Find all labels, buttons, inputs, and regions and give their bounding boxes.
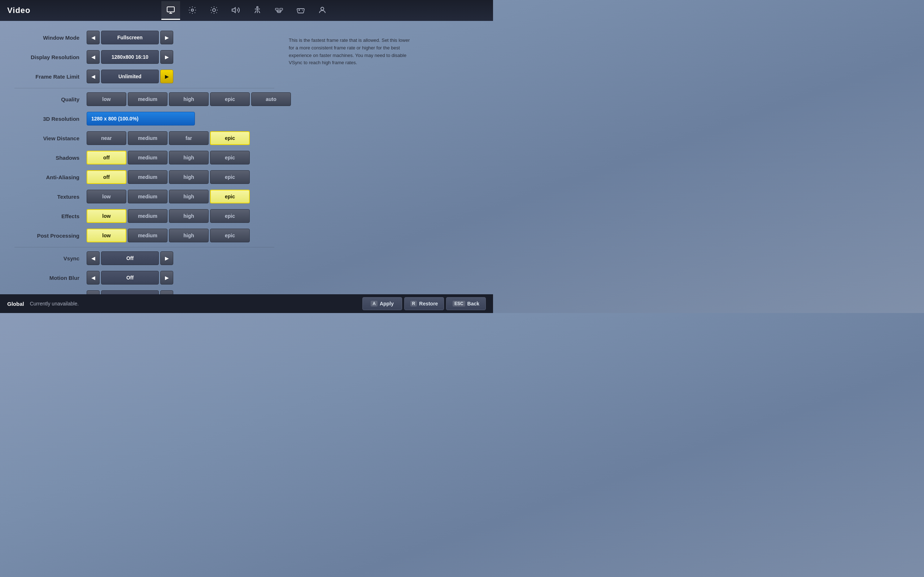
quality-epic-btn[interactable]: epic [210, 92, 250, 106]
anti-aliasing-high-btn[interactable]: high [169, 170, 208, 184]
shadows-label: Shadows [15, 155, 87, 161]
global-label: Global [7, 301, 24, 307]
quality-auto-btn[interactable]: auto [251, 92, 291, 106]
settings-panel: Window Mode ◀ Fullscreen ▶ Display Resol… [15, 29, 274, 309]
post-processing-row: Post Processing low medium high epic [15, 227, 274, 243]
restore-label: Restore [419, 301, 438, 306]
motion-blur-next-btn[interactable]: ▶ [160, 271, 173, 285]
divider-2 [15, 247, 274, 247]
quality-label: Quality [15, 96, 87, 102]
anti-aliasing-off-btn[interactable]: off [87, 170, 126, 184]
svg-rect-0 [167, 7, 174, 12]
effects-medium-btn[interactable]: medium [128, 209, 168, 223]
quality-medium-btn[interactable]: medium [128, 92, 168, 106]
post-processing-epic-btn[interactable]: epic [210, 229, 250, 242]
frame-rate-prev-btn[interactable]: ◀ [87, 69, 100, 83]
effects-high-btn[interactable]: high [169, 209, 208, 223]
nav-icon-audio[interactable] [226, 1, 245, 20]
textures-epic-btn[interactable]: epic [210, 190, 250, 203]
display-resolution-row: Display Resolution ◀ 1280x800 16:10 ▶ [15, 49, 274, 65]
page-title: Video [7, 6, 31, 15]
nav-icon-brightness[interactable] [205, 1, 223, 20]
post-processing-high-btn[interactable]: high [169, 229, 208, 242]
textures-label: Textures [15, 193, 87, 200]
window-mode-prev-btn[interactable]: ◀ [87, 31, 100, 44]
view-distance-medium-btn[interactable]: medium [128, 131, 168, 145]
resolution-3d-value: 1280 x 800 (100.0%) [87, 112, 195, 126]
back-label: Back [467, 301, 479, 306]
view-distance-epic-btn[interactable]: epic [210, 131, 250, 145]
display-resolution-next-btn[interactable]: ▶ [160, 50, 173, 64]
vsync-controls: ◀ Off ▶ [87, 251, 173, 265]
display-resolution-controls: ◀ 1280x800 16:10 ▶ [87, 50, 173, 64]
textures-low-btn[interactable]: low [87, 190, 126, 203]
nav-icon-account[interactable] [313, 1, 332, 20]
anti-aliasing-label: Anti-Aliasing [15, 174, 87, 180]
window-mode-value: Fullscreen [101, 31, 159, 44]
view-distance-far-btn[interactable]: far [169, 131, 208, 145]
anti-aliasing-medium-btn[interactable]: medium [128, 170, 168, 184]
quality-row: Quality low medium high epic auto [15, 91, 274, 107]
svg-line-8 [216, 12, 216, 13]
svg-line-7 [211, 7, 212, 8]
quality-high-btn[interactable]: high [169, 92, 208, 106]
display-resolution-prev-btn[interactable]: ◀ [87, 50, 100, 64]
post-processing-low-btn[interactable]: low [87, 229, 126, 242]
shadows-epic-btn[interactable]: epic [210, 151, 250, 164]
frame-rate-limit-controls: ◀ Unlimited ▶ [87, 69, 173, 83]
vsync-prev-btn[interactable]: ◀ [87, 251, 100, 265]
vsync-value: Off [101, 251, 159, 265]
shadows-off-btn[interactable]: off [87, 151, 126, 164]
view-distance-label: View Distance [15, 135, 87, 141]
post-processing-label: Post Processing [15, 233, 87, 239]
shadows-medium-btn[interactable]: medium [128, 151, 168, 164]
textures-row: Textures low medium high epic [15, 189, 274, 205]
nav-icon-settings[interactable] [183, 1, 202, 20]
effects-epic-btn[interactable]: epic [210, 209, 250, 223]
frame-rate-value: Unlimited [101, 69, 159, 83]
post-processing-medium-btn[interactable]: medium [128, 229, 168, 242]
motion-blur-value: Off [101, 271, 159, 285]
divider-1 [15, 88, 274, 89]
shadows-high-btn[interactable]: high [169, 151, 208, 164]
back-key: ESC [452, 301, 465, 306]
view-distance-row: View Distance near medium far epic [15, 130, 274, 146]
vsync-label: Vsync [15, 255, 87, 261]
window-mode-controls: ◀ Fullscreen ▶ [87, 31, 173, 44]
effects-low-btn[interactable]: low [87, 209, 126, 223]
restore-button[interactable]: R Restore [404, 297, 444, 310]
window-mode-next-btn[interactable]: ▶ [160, 31, 173, 44]
nav-icon-video[interactable] [162, 1, 180, 20]
textures-medium-btn[interactable]: medium [128, 190, 168, 203]
motion-blur-row: Motion Blur ◀ Off ▶ [15, 270, 274, 285]
nav-icon-input[interactable] [270, 1, 288, 20]
nav-icon-accessibility[interactable] [248, 1, 267, 20]
effects-label: Effects [15, 213, 87, 219]
anti-aliasing-epic-btn[interactable]: epic [210, 170, 250, 184]
back-button[interactable]: ESC Back [446, 297, 486, 310]
frame-rate-next-btn[interactable]: ▶ [160, 69, 173, 83]
nav-icon-controller[interactable] [291, 1, 310, 20]
svg-point-4 [213, 9, 215, 11]
window-mode-label: Window Mode [15, 35, 87, 41]
textures-high-btn[interactable]: high [169, 190, 208, 203]
display-resolution-value: 1280x800 16:10 [101, 50, 159, 64]
nav-icons [162, 1, 332, 20]
view-distance-controls: near medium far epic [87, 131, 250, 145]
motion-blur-prev-btn[interactable]: ◀ [87, 271, 100, 285]
resolution-3d-row: 3D Resolution 1280 x 800 (100.0%) [15, 111, 274, 127]
shadows-row: Shadows off medium high epic [15, 150, 274, 166]
textures-controls: low medium high epic [87, 190, 250, 203]
vsync-next-btn[interactable]: ▶ [160, 251, 173, 265]
motion-blur-controls: ◀ Off ▶ [87, 271, 173, 285]
display-resolution-label: Display Resolution [15, 54, 87, 60]
effects-row: Effects low medium high epic [15, 208, 274, 224]
effects-controls: low medium high epic [87, 209, 250, 223]
quality-low-btn[interactable]: low [87, 92, 126, 106]
restore-key: R [410, 301, 417, 306]
apply-button[interactable]: A Apply [362, 297, 402, 310]
window-mode-row: Window Mode ◀ Fullscreen ▶ [15, 29, 274, 45]
view-distance-near-btn[interactable]: near [87, 131, 126, 145]
apply-key: A [371, 301, 378, 306]
apply-label: Apply [380, 301, 394, 306]
